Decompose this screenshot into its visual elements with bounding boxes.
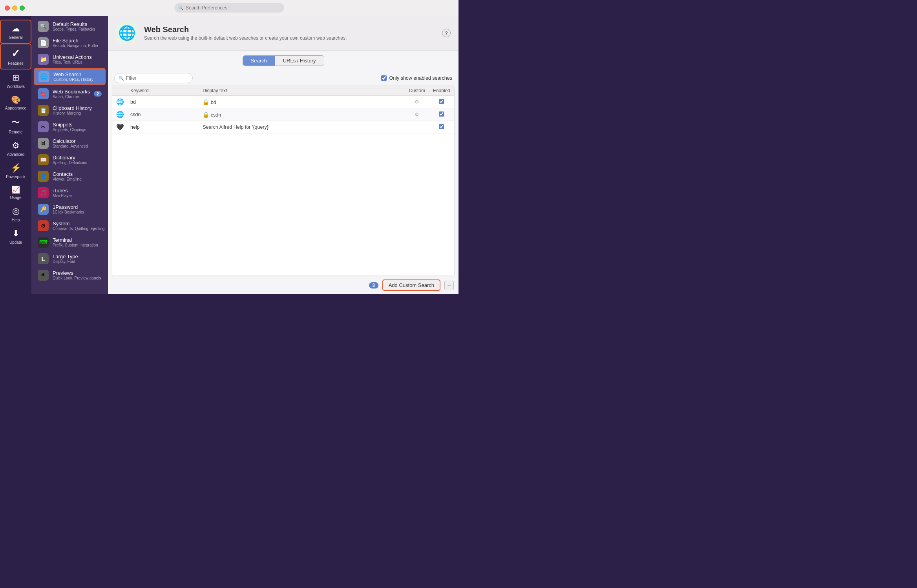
- close-button[interactable]: [5, 5, 10, 11]
- file-search-title: File Search: [53, 38, 102, 44]
- workflows-icon: ⊞: [12, 73, 19, 83]
- nav-item-system[interactable]: ⚙ System Commands, Quitting, Ejecting: [34, 218, 106, 234]
- web-bookmarks-icon: 🔖: [38, 88, 49, 99]
- default-results-text: Default Results Scope, Types, Fallbacks: [53, 21, 102, 31]
- nav-item-previews[interactable]: 👁 Previews Quick Look, Preview panels: [34, 267, 106, 283]
- default-results-icon: 🔍: [38, 21, 49, 32]
- nav-item-itunes[interactable]: 🎵 iTunes Mini Player: [34, 185, 106, 201]
- powerpack-label: Powerpack: [6, 175, 25, 179]
- features-icon: ✓: [11, 47, 20, 60]
- web-search-subtitle: Custom, URLs, History: [53, 77, 101, 82]
- help-icon: ◎: [12, 206, 20, 216]
- nav-item-file-search[interactable]: 📄 File Search Search, Navigation, Buffer: [34, 35, 106, 51]
- nav-item-1password[interactable]: 🔑 1Password 1Click Bookmarks: [34, 201, 106, 217]
- col-keyword: Keyword: [126, 86, 199, 96]
- contacts-title: Contacts: [53, 171, 102, 177]
- table-row: 🖤 help Search Alfred Help for '{query}': [112, 121, 454, 133]
- remove-button[interactable]: −: [444, 281, 454, 290]
- large-type-icon: L: [38, 253, 49, 264]
- add-custom-search-button[interactable]: Add Custom Search: [382, 279, 440, 291]
- row-bd-enabled-checkbox[interactable]: [439, 99, 444, 104]
- row-help-enabled[interactable]: [429, 121, 454, 133]
- nav-item-clipboard-history[interactable]: 📋 Clipboard History History, Merging: [34, 102, 106, 118]
- nav-item-calculator[interactable]: 🖩 Calculator Standard, Advanced: [34, 135, 106, 151]
- terminal-title: Terminal: [53, 237, 102, 243]
- tab-search[interactable]: Search: [243, 56, 275, 66]
- table-row: 🌐 csdn 🔒 csdn ⚙: [112, 108, 454, 121]
- nav-item-default-results[interactable]: 🔍 Default Results Scope, Types, Fallback…: [34, 18, 106, 34]
- itunes-icon: 🎵: [38, 187, 49, 198]
- calculator-title: Calculator: [53, 138, 102, 144]
- sidebar-item-update[interactable]: ⬇ Update: [0, 225, 31, 248]
- contacts-subtitle: Viewer, Emailing: [53, 177, 102, 181]
- terminal-icon: ⌨: [38, 237, 49, 248]
- universal-actions-text: Universal Actions Files, Text, URLs: [53, 54, 102, 64]
- sidebar-item-workflows[interactable]: ⊞ Workflows: [0, 69, 31, 92]
- filter-search-icon: 🔍: [119, 76, 124, 81]
- nav-item-web-bookmarks[interactable]: 🔖 Web Bookmarks Safari, Chrome 2: [34, 86, 106, 102]
- sidebar-item-powerpack[interactable]: ⚡ Powerpack: [0, 160, 31, 182]
- sidebar-item-advanced[interactable]: ⚙ Advanced: [0, 137, 31, 160]
- only-enabled-label[interactable]: Only show enabled searches: [381, 75, 452, 81]
- count-badge: 3: [369, 282, 378, 289]
- table-header-row: Keyword Display text Custom Enabled: [112, 86, 454, 96]
- 1password-subtitle: 1Click Bookmarks: [53, 210, 102, 214]
- sidebar-item-features[interactable]: ✓ Features: [0, 44, 31, 69]
- row-bd-display: 🔒 bd: [199, 96, 405, 108]
- help-button[interactable]: ?: [442, 29, 451, 37]
- sidebar-item-usage[interactable]: 📈 Usage: [0, 182, 31, 203]
- previews-subtitle: Quick Look, Preview panels: [53, 276, 102, 280]
- row-help-custom: [405, 121, 429, 133]
- lock-icon: 🔒: [203, 99, 209, 105]
- row-csdn-custom: ⚙: [405, 108, 429, 121]
- sidebar-item-help[interactable]: ◎ Help: [0, 203, 31, 225]
- row-csdn-display: 🔒 csdn: [199, 108, 405, 121]
- web-search-text: Web Search Custom, URLs, History: [53, 71, 101, 82]
- row-bd-custom: ⚙: [405, 96, 429, 108]
- nav-item-terminal[interactable]: ⌨ Terminal Prefix, Custom Integration: [34, 234, 106, 250]
- nav-item-universal-actions[interactable]: 📁 Universal Actions Files, Text, URLs: [34, 51, 106, 67]
- tab-urls-history[interactable]: URLs / History: [275, 56, 324, 66]
- web-bookmarks-title: Web Bookmarks: [53, 89, 90, 95]
- snippets-subtitle: Snippets, Clippings: [53, 128, 102, 132]
- web-bookmarks-badge: 2: [94, 91, 102, 97]
- file-search-text: File Search Search, Navigation, Buffer: [53, 38, 102, 48]
- nav-item-web-search[interactable]: 🌐 Web Search Custom, URLs, History: [34, 68, 106, 85]
- dictionary-icon: 📖: [38, 154, 49, 165]
- minimize-button[interactable]: [12, 5, 17, 11]
- row-csdn-enabled[interactable]: [429, 108, 454, 121]
- titlebar-search[interactable]: 🔍: [174, 3, 284, 13]
- dictionary-subtitle: Spelling, Definitions: [53, 161, 102, 165]
- universal-actions-subtitle: Files, Text, URLs: [53, 60, 102, 64]
- row-csdn-enabled-checkbox[interactable]: [439, 111, 444, 117]
- filter-input-wrap[interactable]: 🔍: [114, 73, 193, 83]
- calculator-subtitle: Standard, Advanced: [53, 144, 102, 148]
- help-label: Help: [12, 218, 20, 222]
- large-type-title: Large Type: [53, 254, 102, 259]
- nav-item-contacts[interactable]: 👤 Contacts Viewer, Emailing: [34, 168, 106, 184]
- col-icon: [112, 86, 126, 96]
- sidebar-item-remote[interactable]: 〜 Remote: [0, 113, 31, 137]
- large-type-subtitle: Display, Font: [53, 259, 102, 264]
- only-enabled-checkbox[interactable]: [381, 75, 387, 81]
- 1password-title: 1Password: [53, 204, 102, 210]
- nav-item-dictionary[interactable]: 📖 Dictionary Spelling, Definitions: [34, 152, 106, 168]
- nav-item-snippets[interactable]: ✂ Snippets Snippets, Clippings: [34, 119, 106, 135]
- search-icon: 🔍: [178, 5, 184, 11]
- row-bd-enabled[interactable]: [429, 96, 454, 108]
- sidebar-item-general[interactable]: ☁ General: [0, 20, 31, 44]
- col-enabled: Enabled: [429, 86, 454, 96]
- nav-item-large-type[interactable]: L Large Type Display, Font: [34, 251, 106, 267]
- lock-icon: 🔒: [203, 111, 209, 118]
- search-preferences-input[interactable]: [186, 5, 280, 11]
- filter-input[interactable]: [126, 75, 188, 81]
- sidebar-item-appearance[interactable]: 🎨 Appearance: [0, 92, 31, 113]
- maximize-button[interactable]: [20, 5, 25, 11]
- row-help-enabled-checkbox[interactable]: [439, 124, 444, 129]
- clipboard-history-icon: 📋: [38, 105, 49, 116]
- file-search-icon: 📄: [38, 37, 49, 48]
- powerpack-icon: ⚡: [11, 163, 21, 173]
- row-help-keyword: help: [126, 121, 199, 133]
- col-display-text: Display text: [199, 86, 405, 96]
- previews-text: Previews Quick Look, Preview panels: [53, 270, 102, 280]
